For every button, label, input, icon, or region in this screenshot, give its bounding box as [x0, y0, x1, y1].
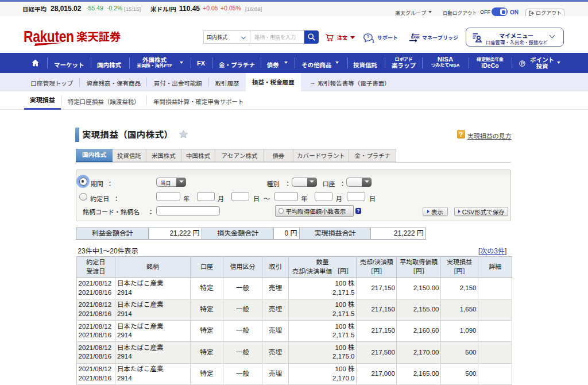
- svg-text:BANK: BANK: [411, 36, 420, 39]
